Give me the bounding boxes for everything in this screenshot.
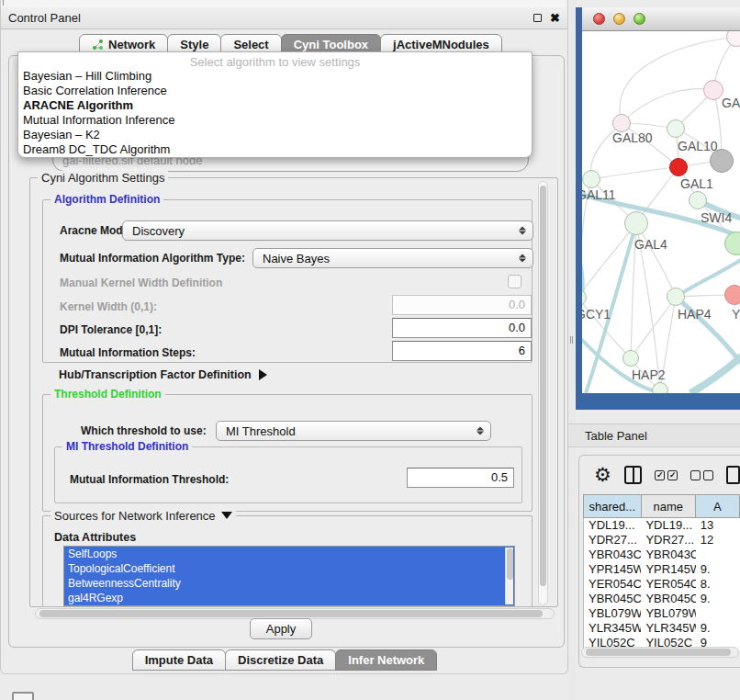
table-cell: 9.: [696, 562, 740, 577]
network-node[interactable]: [710, 149, 734, 173]
mi-threshold-group-title: MI Threshold Definition: [62, 440, 192, 453]
data-attributes-label: Data Attributes: [54, 531, 136, 544]
apply-button[interactable]: Apply: [250, 618, 312, 639]
algorithm-definition-group: Algorithm Definition Aracne Mode: Discov…: [42, 199, 533, 363]
columns-icon[interactable]: [624, 466, 643, 484]
attribute-item[interactable]: TopologicalCoefficient: [64, 561, 514, 576]
bottom-tab-impute-data[interactable]: Impute Data: [132, 649, 226, 671]
table-cell: YLR345W: [584, 621, 641, 636]
mac-zoom-icon[interactable]: [633, 13, 645, 25]
bottom-tab-infer-network[interactable]: Infer Network: [335, 649, 437, 671]
network-node[interactable]: [652, 382, 668, 393]
node-label: GAL4: [634, 237, 667, 252]
node-label: GAL: [722, 96, 740, 110]
gear-icon[interactable]: ⚙: [594, 466, 611, 484]
table-row[interactable]: YBL079WYBL079W: [584, 606, 740, 621]
network-window-titlebar[interactable]: [582, 7, 740, 31]
hub-definition-toggle[interactable]: Hub/Transcription Factor Definition: [59, 368, 267, 381]
table-cell: YLR345W: [641, 621, 695, 636]
which-threshold-value: MI Threshold: [226, 424, 296, 438]
mi-steps-field[interactable]: 6: [392, 341, 532, 361]
algorithm-option[interactable]: Dream8 DC_TDC Algorithm: [18, 142, 532, 157]
table-cell: 12: [696, 533, 740, 548]
network-canvas[interactable]: GALGAL80GAL10GAL1GAL11SWI4GAL4GCY1HAP4YH…: [582, 31, 740, 393]
algorithm-option[interactable]: Bayesian – Hill Climbing: [18, 69, 532, 84]
table-row[interactable]: YBR045CYBR045C9.: [584, 592, 740, 606]
network-node-swi4[interactable]: [689, 191, 707, 209]
bottom-tab-discretize-data[interactable]: Discretize Data: [225, 649, 336, 671]
settings-vertical-scrollbar[interactable]: [538, 181, 548, 605]
panel-split-divider[interactable]: [568, 0, 576, 700]
panel-title: Control Panel: [8, 11, 81, 25]
aracne-mode-value: Discovery: [132, 224, 185, 238]
popup-placeholder: Select algorithm to view settings: [18, 55, 532, 69]
table-row[interactable]: YER054CYER054C8.: [584, 577, 740, 592]
table-row[interactable]: YDR27...YDR27...12: [584, 533, 740, 548]
node-table: shared...nameA YDL19...YDL19...13YDR27..…: [583, 494, 740, 650]
tab-label: Infer Network: [348, 650, 424, 670]
mac-close-icon[interactable]: [593, 13, 605, 25]
list-scrollbar[interactable]: [505, 548, 513, 604]
manual-kernel-checkbox[interactable]: [508, 275, 521, 288]
kernel-width-field[interactable]: 0.0: [392, 295, 532, 315]
float-window-icon[interactable]: [533, 14, 542, 22]
which-threshold-combobox[interactable]: MI Threshold: [216, 421, 491, 441]
algorithm-option[interactable]: Mutual Information Inference: [18, 113, 532, 128]
tab-label: Impute Data: [145, 650, 213, 670]
threshold-definition-title: Threshold Definition: [50, 388, 165, 401]
table-row[interactable]: YBR043CYBR043C: [584, 548, 740, 562]
table-horizontal-scrollbar[interactable]: [581, 647, 739, 658]
control-panel-titlebar: Control Panel ✖: [1, 7, 567, 29]
document-icon[interactable]: [726, 466, 740, 484]
network-node-gal80[interactable]: [612, 114, 631, 132]
combo-arrows-icon: [519, 227, 526, 235]
column-header-a[interactable]: A: [696, 495, 740, 517]
table-cell: YBR045C: [584, 592, 641, 606]
algorithm-option[interactable]: Bayesian – K2: [18, 128, 532, 142]
network-node-hap4[interactable]: [667, 288, 685, 306]
mi-threshold-field[interactable]: 0.5: [407, 468, 514, 488]
network-node-hap2[interactable]: [622, 350, 639, 367]
table-cell: YBL079W: [641, 606, 695, 621]
table-row[interactable]: YDL19...YDL19...13: [584, 518, 740, 533]
table-cell: YBL079W: [584, 606, 641, 621]
network-node-gal4[interactable]: [624, 211, 648, 235]
control-panel: Control Panel ✖ NetworkStyleSelectCyni T…: [0, 0, 568, 674]
sources-group-title[interactable]: Sources for Network Inference: [50, 509, 236, 523]
attribute-item[interactable]: SelfLoops: [64, 547, 514, 561]
attribute-item[interactable]: BetweennessCentrality: [64, 576, 514, 591]
table-cell: YDR27...: [584, 533, 641, 548]
table-cell: 8.: [696, 577, 740, 592]
close-icon[interactable]: ✖: [550, 14, 560, 23]
dpi-tolerance-label: DPI Tolerance [0,1]:: [60, 323, 162, 336]
column-header-name[interactable]: name: [642, 495, 696, 517]
aracne-mode-combobox[interactable]: Discovery: [122, 220, 533, 241]
mi-type-combobox[interactable]: Naive Bayes: [252, 248, 533, 268]
combo-arrows-icon: [519, 254, 526, 263]
node-label: Y: [732, 307, 740, 322]
data-attributes-list[interactable]: SelfLoopsTopologicalCoefficientBetweenne…: [63, 546, 515, 606]
algorithm-option[interactable]: ARACNE Algorithm: [18, 98, 532, 113]
network-node-gal1[interactable]: [669, 158, 688, 176]
algorithm-option[interactable]: Basic Correlation Inference: [18, 84, 532, 98]
network-node-gal[interactable]: [703, 80, 723, 100]
table-row[interactable]: YPR145WYPR145W9.: [584, 562, 740, 577]
algorithm-definition-title: Algorithm Definition: [50, 193, 163, 206]
network-node-gal10[interactable]: [667, 119, 685, 138]
column-header-shared[interactable]: shared...: [584, 495, 642, 517]
hub-definition-label: Hub/Transcription Factor Definition: [59, 368, 252, 381]
network-node-y[interactable]: [724, 285, 740, 305]
deselect-all-checkboxes-icon[interactable]: [690, 470, 713, 480]
table-cell: YDL19...: [641, 518, 695, 533]
mac-minimize-icon[interactable]: [613, 13, 625, 25]
table-row[interactable]: YLR345WYLR345W9.: [584, 621, 740, 636]
network-node-gal11[interactable]: [582, 170, 600, 188]
attribute-item[interactable]: gal4RGexp: [64, 591, 514, 605]
expanded-arrow-icon: [221, 512, 232, 519]
dpi-tolerance-field[interactable]: 0.0: [392, 318, 532, 338]
node-label: GAL80: [612, 130, 653, 145]
mi-type-value: Naive Bayes: [263, 252, 330, 265]
table-cell: YBR043C: [584, 548, 641, 562]
minimized-panel-icon[interactable]: [12, 692, 34, 700]
select-all-checkboxes-icon[interactable]: ✓✓: [655, 470, 678, 480]
